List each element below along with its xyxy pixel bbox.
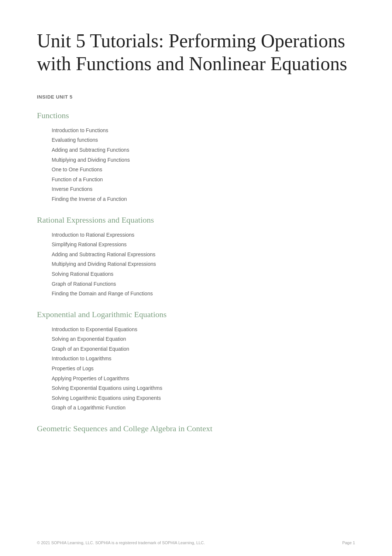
topic-item: Finding the Domain and Range of Function… [52, 289, 355, 299]
topic-item: Multiplying and Dividing Functions [52, 155, 355, 165]
topic-item: Function of a Function [52, 175, 355, 185]
section-heading-functions: Functions [37, 111, 355, 120]
topic-item: Introduction to Functions [52, 126, 355, 135]
topic-item: Introduction to Exponential Equations [52, 325, 355, 334]
topic-item: Graph of Rational Functions [52, 279, 355, 289]
inside-unit-label: INSIDE UNIT 5 [37, 94, 355, 100]
section-heading-rational: Rational Expressions and Equations [37, 215, 355, 225]
section-heading-geometric: Geometric Sequences and College Algebra … [37, 424, 355, 433]
topic-item: Introduction to Logarithms [52, 354, 355, 364]
topic-item: Introduction to Rational Expressions [52, 230, 355, 240]
topic-item: Applying Properties of Logarithms [52, 374, 355, 384]
topic-item: Finding the Inverse of a Function [52, 194, 355, 204]
topic-item: Solving Logarithmic Equations using Expo… [52, 393, 355, 403]
topic-item: Simplifying Rational Expressions [52, 240, 355, 250]
topic-item: Solving Rational Equations [52, 269, 355, 279]
page-container: Unit 5 Tutorials: Performing Operations … [0, 0, 392, 461]
topic-list-functions: Introduction to FunctionsEvaluating func… [37, 126, 355, 204]
section-heading-exponential: Exponential and Logarithmic Equations [37, 310, 355, 319]
topic-item: One to One Functions [52, 165, 355, 175]
sections-container: FunctionsIntroduction to FunctionsEvalua… [37, 111, 355, 433]
footer-copyright: © 2021 SOPHIA Learning, LLC. SOPHIA is a… [37, 540, 205, 545]
topic-item: Evaluating functions [52, 135, 355, 145]
topic-item: Solving Exponential Equations using Loga… [52, 383, 355, 393]
topic-item: Multiplying and Dividing Rational Expres… [52, 259, 355, 269]
topic-item: Graph of a Logarithmic Function [52, 403, 355, 413]
topic-list-exponential: Introduction to Exponential EquationsSol… [37, 325, 355, 413]
topic-item: Solving an Exponential Equation [52, 334, 355, 344]
footer: © 2021 SOPHIA Learning, LLC. SOPHIA is a… [37, 540, 355, 545]
topic-item: Adding and Subtracting Rational Expressi… [52, 250, 355, 260]
section-geometric: Geometric Sequences and College Algebra … [37, 424, 355, 433]
topic-list-rational: Introduction to Rational ExpressionsSimp… [37, 230, 355, 299]
topic-item: Adding and Subtracting Functions [52, 145, 355, 155]
section-rational: Rational Expressions and EquationsIntrod… [37, 215, 355, 299]
page-title: Unit 5 Tutorials: Performing Operations … [37, 30, 355, 76]
topic-item: Properties of Logs [52, 364, 355, 374]
footer-page: Page 1 [342, 540, 355, 545]
section-exponential: Exponential and Logarithmic EquationsInt… [37, 310, 355, 413]
section-functions: FunctionsIntroduction to FunctionsEvalua… [37, 111, 355, 204]
topic-item: Graph of an Exponential Equation [52, 344, 355, 354]
topic-item: Inverse Functions [52, 184, 355, 194]
